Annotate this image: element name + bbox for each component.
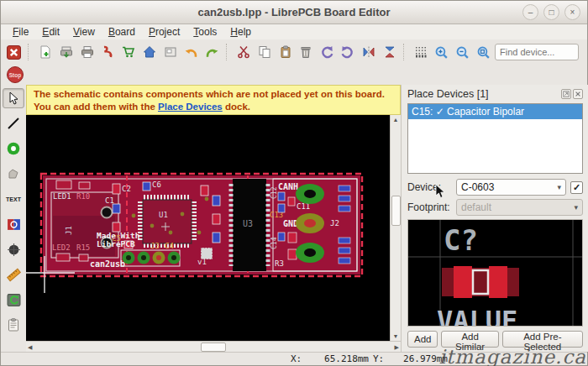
board-setup-button[interactable] — [160, 42, 180, 62]
copy-icon — [258, 45, 271, 59]
mirror-horizontal-icon — [362, 45, 375, 59]
place-devices-link[interactable]: Place Devices — [158, 102, 223, 112]
close-button[interactable]: × — [564, 4, 580, 20]
add-preselected-button[interactable]: Add Pre-Selected — [502, 331, 583, 348]
zoom-in-button[interactable] — [432, 42, 451, 62]
unplaced-components-list[interactable]: C15: ✓ Capacitor Bipolar — [407, 103, 583, 174]
cursor-x-label: X: — [291, 353, 302, 364]
vertical-scrollbar-thumb[interactable] — [391, 196, 401, 226]
design-rule-check-button[interactable] — [3, 290, 24, 310]
new-file-button[interactable] — [36, 42, 55, 62]
flip-vertical-icon — [383, 45, 396, 59]
scroll-up-icon[interactable]: ▲ — [391, 115, 401, 124]
svg-text:LibrePCB: LibrePCB — [97, 239, 135, 248]
toolbar-separator — [226, 44, 230, 60]
horizontal-scrollbar-thumb[interactable] — [201, 342, 226, 352]
draw-plane-tool-button[interactable] — [3, 214, 24, 234]
select-tool-button[interactable] — [3, 88, 24, 108]
add-text-tool-button[interactable]: TEXT — [3, 189, 24, 209]
board-canvas[interactable]: J1 LED1 R10 LED2 R15 can2usb — [26, 115, 390, 341]
svg-text:R3: R3 — [275, 259, 284, 268]
menu-project[interactable]: Project — [142, 25, 186, 39]
svg-text:C12: C12 — [270, 186, 278, 199]
delete-button[interactable] — [297, 42, 316, 62]
menu-file[interactable]: File — [6, 25, 35, 39]
scroll-left-icon[interactable]: ◀ — [26, 342, 34, 352]
add-via-tool-button[interactable] — [3, 139, 24, 159]
menu-tools[interactable]: Tools — [186, 25, 223, 39]
rotate-cw-icon — [340, 45, 354, 60]
vertical-scrollbar[interactable]: ▲ ▼ — [390, 115, 401, 341]
footprint-label: Footprint: — [407, 201, 456, 213]
zoom-fit-icon — [476, 45, 491, 60]
ruler-icon — [7, 268, 21, 282]
new-file-icon — [39, 45, 52, 59]
chevron-down-icon: ▾ — [557, 183, 561, 191]
copy-button[interactable] — [255, 42, 274, 62]
draw-trace-tool-button[interactable] — [3, 113, 24, 133]
export-pdf-button[interactable] — [98, 42, 118, 62]
undo-button[interactable] — [181, 42, 201, 62]
menu-edit[interactable]: Edit — [35, 25, 66, 39]
maximize-button[interactable]: □ — [543, 4, 559, 20]
svg-text:U1: U1 — [159, 211, 168, 219]
stop-command-button[interactable]: Stop — [6, 65, 24, 84]
home-button[interactable] — [140, 42, 160, 62]
device-select[interactable]: C-0603 ▾ — [456, 179, 566, 196]
zoom-out-button[interactable] — [453, 42, 472, 62]
device-confirm-checkbox[interactable]: ✓ — [570, 181, 583, 194]
find-device-box — [495, 44, 579, 60]
plane-icon — [7, 217, 21, 232]
svg-text:C2: C2 — [122, 185, 131, 193]
abort-command-button[interactable] — [4, 42, 24, 62]
print-icon — [81, 45, 94, 59]
order-pcb-button[interactable] — [119, 42, 139, 62]
grid-properties-button[interactable] — [412, 42, 431, 62]
grid-icon — [414, 45, 428, 59]
find-device-input[interactable] — [495, 44, 579, 60]
drc-check-icon — [7, 293, 21, 307]
list-item-c15[interactable]: C15: ✓ Capacitor Bipolar — [408, 104, 582, 119]
scissors-icon — [237, 45, 250, 59]
menu-help[interactable]: Help — [223, 25, 258, 39]
svg-text:C14: C14 — [270, 237, 278, 249]
home-icon — [143, 45, 156, 59]
dock-title: Place Devices [1] — [407, 88, 489, 100]
zoom-fit-button[interactable] — [474, 42, 493, 62]
minimize-button[interactable]: – — [522, 4, 538, 20]
scroll-right-icon[interactable]: ▶ — [393, 342, 401, 352]
order-board-tool-button[interactable] — [3, 315, 24, 335]
redo-button[interactable] — [202, 42, 222, 62]
scroll-down-icon[interactable]: ▼ — [391, 332, 401, 341]
abort-icon — [7, 45, 21, 60]
measure-tool-button[interactable] — [3, 264, 24, 285]
add-button[interactable]: Add — [407, 331, 438, 348]
menu-view[interactable]: View — [66, 25, 102, 39]
rotate-cw-button[interactable] — [339, 42, 358, 62]
footprint-select: default ▾ — [456, 199, 583, 216]
flip-vertical-button[interactable] — [380, 42, 399, 62]
draw-polygon-tool-button[interactable] — [3, 164, 24, 184]
cursor-y-label: Y: — [373, 353, 384, 364]
polygon-icon — [7, 167, 20, 180]
dock-close-button[interactable] — [573, 89, 583, 99]
menu-board[interactable]: Board — [102, 25, 142, 39]
dock-float-button[interactable] — [561, 89, 571, 99]
print-button[interactable] — [77, 42, 97, 62]
export-fabrication-button[interactable] — [56, 42, 76, 62]
horizontal-scrollbar[interactable]: ◀ ▶ — [26, 341, 401, 352]
paste-button[interactable] — [276, 42, 295, 62]
svg-text:J3: J3 — [150, 242, 160, 250]
add-hole-tool-button[interactable] — [3, 239, 24, 259]
warning-banner: The schematic contains components which … — [26, 85, 401, 115]
check-icon: ✓ — [573, 182, 580, 193]
rotate-ccw-button[interactable] — [318, 42, 337, 62]
shopping-cart-icon — [122, 45, 135, 59]
svg-text:C?: C? — [444, 223, 478, 257]
mirror-horizontal-button[interactable] — [359, 42, 378, 62]
cursor-y-value: 26.979mm — [392, 353, 448, 364]
cut-button[interactable] — [234, 42, 254, 62]
device-label: Device: — [407, 181, 456, 193]
clipboard-icon — [279, 45, 292, 59]
add-similar-button[interactable]: Add Similar — [441, 331, 498, 348]
